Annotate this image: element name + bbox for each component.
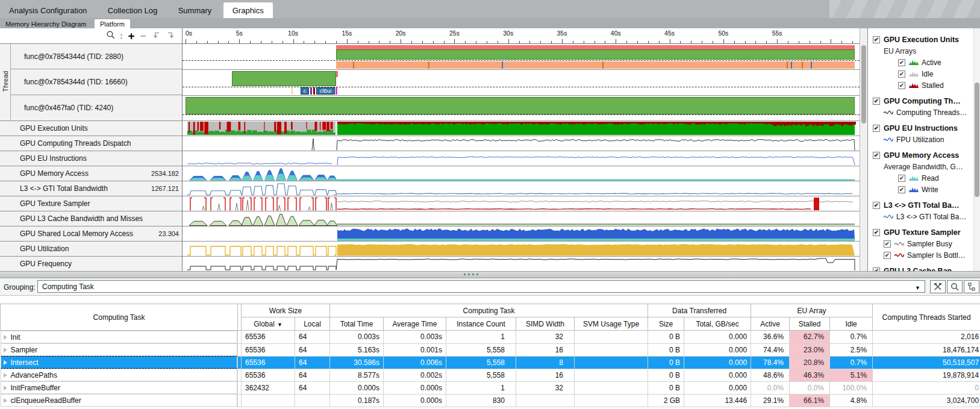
metric-row-label[interactable]: GPU L3 Cache Bandwidth and Misses [0,211,182,226]
thread1-task-bar[interactable] [336,49,855,60]
thread-row-label-16660[interactable]: func@0x7854344d (TID: 16660) [11,69,182,95]
api-marker-c[interactable]: c [301,87,309,95]
column-header-idle[interactable]: Idle [830,317,873,331]
checkbox-checked[interactable]: ✔ [884,252,891,259]
metric-chart-row[interactable] [183,196,860,211]
checkbox-checked[interactable]: ✔ [873,36,880,43]
table-row-initframebuffer[interactable]: InitFrameBuffer362432640.000s0.000s1320 … [1,381,980,394]
checkbox-checked[interactable]: ✔ [898,175,905,182]
splitter-grip[interactable] [464,273,478,275]
time-ruler[interactable]: 0s5s10s15s20s25s30s35s40s45s50s55s [183,28,860,44]
metric-chart-row[interactable] [183,211,860,226]
thread3-task-bar[interactable] [186,97,855,114]
ruler-tick [788,41,788,43]
metric-chart-row[interactable] [183,226,860,241]
metric-row-label[interactable]: GPU Frequency [0,256,182,271]
checkbox-checked[interactable]: ✔ [898,82,905,89]
column-header-size[interactable]: Size [648,317,684,331]
checkbox-checked[interactable]: ✔ [873,229,880,236]
search-button[interactable] [947,280,963,293]
cell-idle: 0.7% [830,331,873,344]
api-marker-clbuildprogram[interactable]: clBui [316,87,335,95]
column-header-computing-threads-started[interactable]: Computing Threads Started [873,304,980,331]
column-header-svm-usage-type[interactable]: SVM Usage Type [575,317,648,331]
scrollbar-thumb[interactable] [975,83,979,197]
metric-row-label[interactable]: L3 <-> GTI Total Bandwidth1267.121 [0,181,182,196]
checkbox-checked[interactable]: ✔ [884,240,891,248]
checkbox-checked[interactable]: ✔ [873,152,880,159]
metric-chart-row[interactable] [183,256,860,271]
undo-zoom-icon[interactable] [151,31,161,42]
table-row-clenqueuereadbuffer[interactable]: clEnqueueReadBuffer0.187s0.000s8302 GB13… [1,394,980,407]
column-header-simd-width[interactable]: SIMD Width [516,317,575,331]
show-hierarchy-button[interactable] [964,280,979,293]
tab-analysis-configuration[interactable]: Analysis Configuration [0,2,96,19]
metric-row-label[interactable]: GPU Utilization [0,241,182,256]
redo-zoom-icon[interactable] [166,31,176,42]
column-header-average-time[interactable]: Average Time [384,317,446,331]
metric-row-label[interactable]: GPU Execution Units [0,120,182,136]
row-expander-icon[interactable] [4,348,7,352]
ruler-tick [831,39,831,43]
table-row-advancepaths[interactable]: AdvancePaths65536648.577s0.002s5,558160 … [1,369,980,381]
metric-chart-row[interactable] [183,181,860,196]
area-series-icon [909,186,919,194]
metric-max-value: 1267.121 [151,185,182,192]
thread-row-label-4240[interactable]: func@0x467fa0 (TID: 4240) [11,95,182,120]
thread-row-label-2880[interactable]: func@0x7854344d (TID: 2880) [11,44,182,69]
zoom-out-icon[interactable]: − [140,33,146,39]
row-expander-icon[interactable] [4,360,7,365]
zoom-in-icon[interactable]: + [128,33,135,39]
metric-rows-chart[interactable] [183,120,860,271]
checkbox-checked[interactable]: ✔ [873,202,880,209]
metric-chart-row[interactable] [183,136,860,151]
tab-graphics[interactable]: Graphics [223,2,273,19]
table-row-sampler[interactable]: Sampler65536645.163s0.001s5,558160 B0.00… [1,343,980,356]
metric-chart-row[interactable] [183,151,860,166]
column-header-total-time[interactable]: Total Time [330,317,384,331]
table-row-init[interactable]: Init65536640.003s0.003s1320 B0.00036.6%6… [1,331,980,344]
table-row-intersect[interactable]: Intersect655366430.586s0.006s5,55880 B0.… [1,356,980,369]
column-header-global[interactable]: Global▼ [242,317,295,331]
metric-waveform [183,151,860,166]
scrollbar-thumb[interactable] [861,45,866,123]
column-header-total-gbsec[interactable]: Total, GB/sec [684,317,751,331]
row-expander-icon[interactable] [4,335,7,340]
timeline-chart[interactable]: 0s5s10s15s20s25s30s35s40s45s50s55s c [183,28,860,271]
grouping-select[interactable]: Computing Task ▼ [37,280,925,293]
customize-columns-button[interactable] [930,280,946,293]
tab-collection-log[interactable]: Collection Log [99,2,166,19]
metric-row-label[interactable]: GPU EU Instructions [0,151,182,166]
checkbox-checked[interactable]: ✔ [898,59,905,66]
checkbox-checked[interactable]: ✔ [898,70,905,78]
column-header-active[interactable]: Active [751,317,790,331]
metric-row-label[interactable]: GPU Shared Local Memory Access23.304 [0,226,182,241]
checkbox-checked[interactable]: ✔ [898,186,905,193]
thread2-task-bar[interactable] [232,71,336,86]
thread1-api-bar[interactable] [336,61,855,69]
column-header-local[interactable]: Local [295,317,330,331]
metric-chart-row[interactable] [183,120,860,136]
metric-row-label[interactable]: GPU Texture Sampler [0,196,182,211]
metric-chart-row[interactable] [183,166,860,181]
legend-scrollbar[interactable] [973,28,980,271]
row-expander-icon[interactable] [4,373,7,378]
thread-rows-chart[interactable]: c clBui [183,44,860,120]
metric-chart-row[interactable] [183,241,860,256]
zoom-select-icon[interactable] [106,30,115,42]
metric-row-label[interactable]: GPU Computing Threads Dispatch [0,136,182,151]
tab-summary[interactable]: Summary [169,2,221,19]
row-expander-icon[interactable] [4,398,7,403]
timeline-vertical-scrollbar[interactable] [860,28,867,271]
checkbox-checked[interactable]: ✔ [873,98,880,105]
thread1-gpu-busy-bar[interactable] [336,45,855,49]
row-expander-icon[interactable] [4,386,7,390]
metric-row-label[interactable]: GPU Memory Access2534.182 [0,166,182,181]
column-header-stalled[interactable]: Stalled [790,317,830,331]
cell-threads: 19,878,914 [873,369,980,381]
checkbox-checked[interactable]: ✔ [873,125,880,132]
column-header-instance-count[interactable]: Instance Count [446,317,516,331]
metric-label: L3 <-> GTI Total Bandwidth [0,184,151,193]
column-header-computing-task-name[interactable]: Computing Task [1,304,238,331]
pane-splitter[interactable] [0,271,980,278]
